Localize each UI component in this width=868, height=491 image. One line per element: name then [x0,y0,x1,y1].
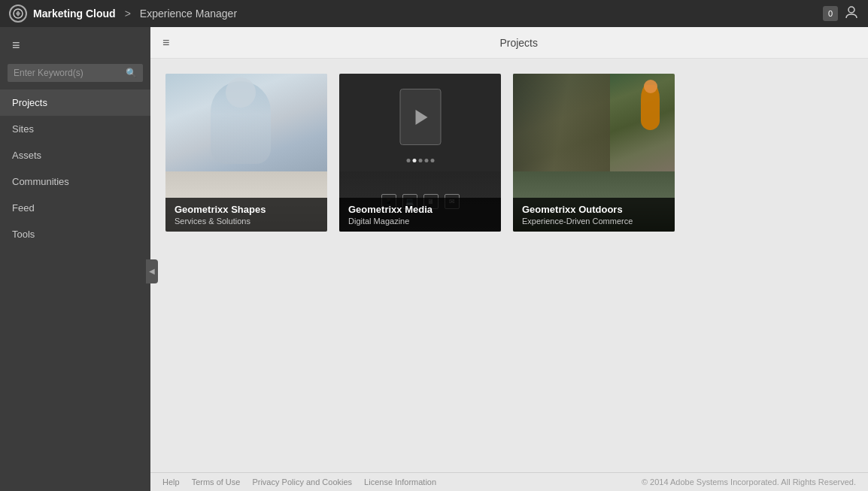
card-desc-shapes: Services & Solutions [175,217,318,226]
top-bar-left: Marketing Cloud > Experience Manager [9,5,237,23]
search-bar-container: 🔍 [0,64,150,89]
footer-terms[interactable]: Terms of Use [192,477,241,486]
top-bar-right: 0 [823,5,859,23]
project-card-shapes[interactable]: Geometrixx Shapes Services & Solutions [165,74,327,232]
user-icon[interactable] [844,5,859,23]
content-menu-icon[interactable]: ≡ [162,36,169,50]
sidebar-item-tools[interactable]: Tools [0,221,150,247]
project-card-media[interactable]: 📱 💻 🖥 ✉ Geometrixx Media Digital Magazin… [339,74,501,232]
footer-copyright: © 2014 Adobe Systems Incorporated. All R… [642,477,856,486]
card-title-shapes: Geometrixx Shapes [175,204,318,215]
sidebar-item-feed[interactable]: Feed [0,195,150,221]
card-image-shapes [165,74,327,171]
project-card-outdoors[interactable]: Geometrixx Outdoors Experience-Driven Co… [513,74,675,232]
footer-help[interactable]: Help [162,477,180,486]
sidebar: ≡ 🔍 Projects Sites Assets Communities Fe… [0,27,150,491]
notification-badge[interactable]: 0 [823,6,838,21]
card-overlay-outdoors: Geometrixx Outdoors Experience-Driven Co… [513,198,675,232]
sidebar-item-sites[interactable]: Sites [0,116,150,142]
search-input[interactable] [8,64,143,82]
sidebar-item-communities[interactable]: Communities [0,168,150,195]
nav-items: Projects Sites Assets Communities Feed T… [0,89,150,491]
card-desc-outdoors: Experience-Driven Commerce [522,217,666,226]
card-title-outdoors: Geometrixx Outdoors [522,204,666,215]
card-title-media: Geometrixx Media [348,204,492,215]
brand-title: Marketing Cloud [33,8,116,20]
breadcrumb-page: Experience Manager [140,8,237,20]
card-overlay-media: Geometrixx Media Digital Magazine [339,198,501,232]
sidebar-item-assets[interactable]: Assets [0,142,150,168]
footer: Help Terms of Use Privacy Policy and Coo… [150,472,868,491]
sidebar-menu-toggle[interactable]: ≡ [0,27,150,64]
card-image-media [339,74,501,171]
footer-license[interactable]: License Information [364,477,436,486]
footer-privacy[interactable]: Privacy Policy and Cookies [252,477,352,486]
page-title: Projects [181,37,856,49]
main-layout: ≡ 🔍 Projects Sites Assets Communities Fe… [0,27,868,491]
breadcrumb-separator: > [125,8,131,20]
card-desc-media: Digital Magazine [348,217,492,226]
top-bar: Marketing Cloud > Experience Manager 0 [0,0,868,27]
content-area: ≡ Projects Geometrixx Shapes Servic [150,27,868,491]
projects-grid: Geometrixx Shapes Services & Solutions [150,59,868,472]
sidebar-item-projects[interactable]: Projects [0,89,150,116]
card-overlay-shapes: Geometrixx Shapes Services & Solutions [165,198,327,232]
brand-icon [9,5,27,23]
search-icon: 🔍 [126,68,137,78]
content-header: ≡ Projects [150,27,868,59]
svg-point-1 [848,7,854,13]
card-image-outdoors [513,74,675,171]
sidebar-collapse-button[interactable]: ◀ [146,259,158,283]
